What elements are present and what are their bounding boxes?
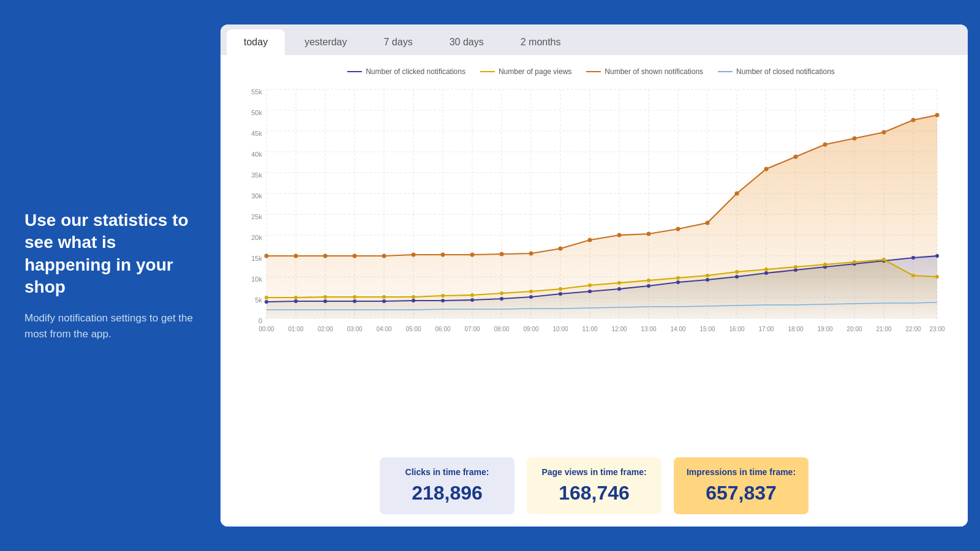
svg-point-119	[853, 260, 856, 264]
main-heading: Use our statistics to see what is happen…	[24, 209, 196, 299]
svg-text:03:00: 03:00	[347, 326, 362, 332]
svg-point-104	[412, 295, 415, 299]
svg-point-59	[500, 252, 504, 257]
svg-text:10:00: 10:00	[552, 326, 568, 332]
svg-point-88	[647, 284, 650, 288]
svg-point-76	[294, 299, 298, 303]
svg-text:25k: 25k	[251, 213, 262, 220]
svg-point-99	[265, 296, 268, 299]
right-panel: today yesterday 7 days 30 days 2 months …	[221, 24, 968, 527]
stat-pageviews-value: 168,746	[539, 482, 649, 504]
svg-point-111	[617, 281, 621, 285]
svg-point-105	[441, 294, 445, 298]
svg-text:16:00: 16:00	[729, 326, 744, 332]
svg-point-120	[882, 258, 886, 261]
svg-text:12:00: 12:00	[611, 326, 627, 332]
svg-point-69	[794, 155, 798, 159]
tab-yesterday[interactable]: yesterday	[287, 29, 364, 55]
svg-text:55k: 55k	[251, 88, 262, 96]
svg-point-65	[676, 227, 680, 231]
svg-text:21:00: 21:00	[876, 326, 891, 332]
svg-point-56	[412, 253, 416, 257]
legend-shown: Number of shown notifications	[586, 67, 703, 76]
tab-2months[interactable]: 2 months	[503, 29, 578, 55]
svg-point-81	[441, 299, 445, 302]
svg-point-73	[911, 118, 916, 122]
svg-text:18:00: 18:00	[788, 326, 803, 332]
svg-point-107	[500, 291, 503, 295]
svg-text:14:00: 14:00	[670, 326, 685, 332]
stat-impressions-value: 657,837	[686, 482, 796, 504]
svg-text:22:00: 22:00	[905, 326, 921, 332]
svg-point-51	[265, 254, 269, 258]
tab-bar: today yesterday 7 days 30 days 2 months	[221, 24, 968, 55]
svg-text:0: 0	[258, 317, 262, 324]
svg-text:35k: 35k	[251, 171, 262, 179]
svg-text:08:00: 08:00	[494, 326, 509, 332]
chart-legend: Number of clicked notifications Number o…	[227, 67, 956, 76]
svg-point-121	[911, 274, 915, 277]
tab-7days[interactable]: 7 days	[367, 29, 430, 55]
svg-point-79	[382, 299, 386, 303]
svg-point-52	[294, 254, 298, 258]
svg-point-83	[500, 297, 503, 301]
svg-text:45k: 45k	[251, 130, 262, 137]
tab-today[interactable]: today	[227, 29, 285, 55]
svg-point-122	[935, 275, 939, 279]
svg-point-62	[588, 238, 592, 242]
svg-text:10k: 10k	[251, 276, 262, 283]
svg-text:04:00: 04:00	[376, 326, 391, 332]
svg-point-77	[323, 299, 327, 303]
stat-clicks: Clicks in time frame: 218,896	[380, 457, 514, 514]
svg-text:5k: 5k	[255, 296, 262, 304]
legend-clicked: Number of clicked notifications	[347, 67, 466, 76]
svg-point-112	[647, 279, 650, 282]
stat-clicks-label: Clicks in time frame:	[392, 467, 502, 477]
svg-text:20k: 20k	[251, 234, 262, 241]
svg-point-116	[764, 268, 768, 271]
svg-text:19:00: 19:00	[817, 326, 832, 332]
svg-text:07:00: 07:00	[464, 326, 480, 332]
svg-point-110	[588, 283, 592, 287]
svg-point-108	[529, 290, 533, 293]
svg-point-90	[706, 278, 709, 282]
svg-point-67	[735, 192, 739, 196]
svg-point-106	[470, 293, 474, 297]
legend-pageviews: Number of page views	[480, 67, 571, 76]
svg-point-82	[470, 298, 474, 302]
svg-point-97	[911, 256, 915, 260]
svg-point-91	[735, 275, 739, 279]
svg-point-60	[529, 252, 533, 256]
svg-point-100	[294, 296, 298, 299]
chart-area: Number of clicked notifications Number o…	[221, 55, 968, 445]
svg-text:00:00: 00:00	[258, 326, 274, 332]
svg-point-55	[382, 254, 386, 258]
stats-row: Clicks in time frame: 218,896 Page views…	[221, 445, 968, 527]
svg-point-109	[559, 287, 562, 291]
svg-text:40k: 40k	[251, 151, 262, 158]
svg-text:23:00: 23:00	[929, 326, 944, 332]
svg-point-53	[323, 254, 328, 258]
svg-point-118	[823, 263, 827, 266]
svg-point-74	[935, 113, 940, 118]
stat-pageviews: Page views in time frame: 168,746	[527, 457, 662, 514]
svg-point-57	[441, 253, 445, 257]
svg-point-86	[588, 290, 592, 293]
chart-svg-container: 55k 50k 45k 40k 35k 30k 25k 20k 15k 10k …	[227, 83, 956, 340]
svg-point-64	[647, 232, 651, 236]
svg-text:09:00: 09:00	[523, 326, 538, 332]
svg-point-114	[706, 274, 709, 277]
svg-point-72	[882, 130, 886, 135]
stat-pageviews-label: Page views in time frame:	[539, 467, 649, 477]
tab-30days[interactable]: 30 days	[432, 29, 501, 55]
svg-point-68	[764, 167, 769, 171]
svg-point-115	[735, 270, 739, 274]
svg-text:50k: 50k	[251, 109, 262, 116]
svg-text:01:00: 01:00	[288, 326, 303, 332]
svg-point-63	[617, 233, 622, 238]
svg-point-87	[617, 287, 621, 291]
svg-text:02:00: 02:00	[317, 326, 333, 332]
svg-point-61	[559, 247, 563, 251]
left-panel: Use our statistics to see what is happen…	[0, 185, 221, 367]
svg-point-89	[676, 280, 680, 284]
